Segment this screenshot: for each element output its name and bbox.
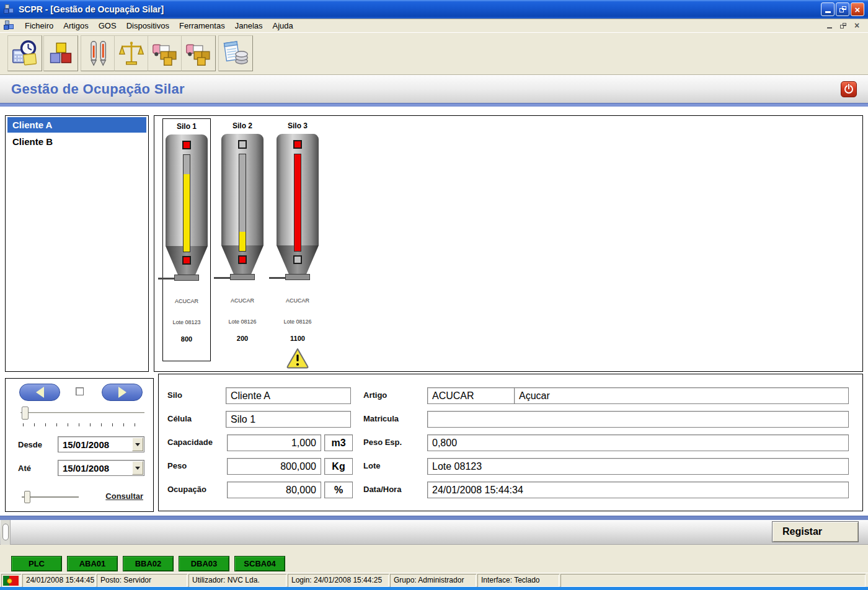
level-gauge bbox=[294, 154, 301, 252]
menu-ferramentas[interactable]: Ferramentas bbox=[174, 19, 230, 32]
device-status-dba03[interactable]: DBA03 bbox=[179, 556, 229, 571]
capacidade-field[interactable]: 1,000 bbox=[227, 434, 321, 451]
silo-column-2[interactable]: Silo 2 ACUCAR Lote 08126 200 bbox=[218, 118, 267, 361]
status-datetime: 24/01/2008 15:44:45 bbox=[22, 574, 95, 587]
capacidade-unit: m3 bbox=[324, 434, 353, 451]
peso-esp-field-label: Peso Esp. bbox=[363, 434, 423, 451]
time-slider-track[interactable] bbox=[20, 412, 144, 414]
mdi-restore-button[interactable] bbox=[838, 21, 848, 30]
scales-icon bbox=[118, 40, 145, 67]
client-item-cliente-b[interactable]: Cliente B bbox=[7, 134, 146, 149]
celula-field[interactable]: Silo 1 bbox=[226, 411, 351, 428]
registar-button[interactable]: Registar bbox=[772, 521, 859, 542]
toolbar-sensors-button[interactable] bbox=[81, 35, 115, 71]
minimize-button[interactable] bbox=[821, 2, 835, 16]
mdi-minimize-button[interactable] bbox=[825, 21, 835, 30]
toolbar-scheduler-button[interactable] bbox=[7, 35, 42, 71]
warning-icon bbox=[285, 347, 310, 369]
silo-column-3[interactable]: Silo 3 ACUCAR Lote 08126 1100 bbox=[273, 118, 322, 361]
low-level-indicator bbox=[293, 255, 302, 264]
arrow-left-icon bbox=[36, 387, 44, 398]
desde-date-combo[interactable]: 15/01/2008 bbox=[58, 436, 144, 452]
action-band: Registar bbox=[0, 520, 868, 545]
slider-ticks bbox=[23, 423, 146, 426]
consultar-link[interactable]: Consultar bbox=[105, 491, 143, 501]
menu-ficheiro[interactable]: Ficheiro bbox=[20, 19, 58, 32]
menu-ajuda[interactable]: Ajuda bbox=[268, 19, 298, 32]
celula-field-label: Célula bbox=[167, 411, 224, 427]
arrow-right-icon bbox=[118, 387, 126, 398]
menu-gos[interactable]: GOS bbox=[94, 19, 122, 32]
silo-outlet bbox=[285, 274, 310, 280]
silo-graphic bbox=[277, 134, 319, 288]
app-icon bbox=[4, 4, 15, 15]
next-button[interactable] bbox=[102, 384, 143, 401]
device-status-plc[interactable]: PLC bbox=[11, 556, 62, 571]
data-hora-field-label: Data/Hora bbox=[363, 482, 423, 498]
menu-bar: Ficheiro Artigos GOS Dispositivos Ferram… bbox=[0, 19, 868, 33]
status-empty-segment bbox=[560, 574, 866, 587]
matricula-field[interactable] bbox=[427, 411, 849, 428]
level-gauge-fill bbox=[239, 232, 246, 251]
ocupacao-field-label: Ocupação bbox=[167, 482, 224, 498]
toolbar-articles-button[interactable] bbox=[43, 35, 78, 71]
window-bottom-edge bbox=[0, 587, 868, 590]
artigo-description-field[interactable]: Açucar bbox=[514, 387, 849, 404]
low-level-indicator bbox=[182, 256, 191, 265]
level-gauge-fill bbox=[184, 174, 190, 252]
ate-date-combo[interactable]: 15/01/2008 bbox=[58, 460, 144, 476]
data-hora-field[interactable]: 24/01/2008 15:44:34 bbox=[427, 482, 849, 498]
window-title: SCPR - [Gestão de Ocupação Silar] bbox=[19, 4, 164, 14]
title-bar: SCPR - [Gestão de Ocupação Silar] × bbox=[0, 0, 868, 19]
mdi-close-button[interactable]: × bbox=[852, 21, 862, 30]
ocupacao-field[interactable]: 80,000 bbox=[227, 482, 321, 498]
client-item-cliente-a[interactable]: Cliente A bbox=[7, 117, 146, 133]
auto-checkbox[interactable] bbox=[76, 387, 84, 395]
lote-field[interactable]: Lote 08123 bbox=[427, 458, 849, 475]
dropdown-button[interactable] bbox=[132, 461, 143, 475]
restore-button[interactable] bbox=[836, 2, 849, 16]
peso-field[interactable]: 800,000 bbox=[227, 458, 321, 475]
high-level-indicator bbox=[293, 140, 302, 149]
main-area: Cliente A Cliente B Silo 1 ACUCAR Lote 0… bbox=[0, 107, 868, 516]
truck-boxes-icon bbox=[151, 40, 179, 67]
silo-field[interactable]: Cliente A bbox=[226, 387, 351, 404]
previous-button[interactable] bbox=[19, 384, 60, 401]
mdi-child-icon bbox=[4, 20, 15, 31]
device-status-aba01[interactable]: ABA01 bbox=[67, 556, 118, 571]
dropdown-button[interactable] bbox=[132, 438, 143, 451]
exit-module-button[interactable] bbox=[841, 81, 857, 97]
time-slider-thumb[interactable] bbox=[22, 407, 29, 420]
high-level-indicator bbox=[182, 141, 191, 149]
toolbar-logistics-in-button[interactable] bbox=[148, 35, 182, 71]
thermometers-icon bbox=[84, 40, 112, 67]
artigo-code-field[interactable]: ACUCAR bbox=[427, 387, 515, 404]
toolbar-logistics-out-button[interactable] bbox=[181, 35, 216, 71]
side-scrollbar-thumb[interactable] bbox=[2, 524, 9, 540]
page-title: Gestão de Ocupação Silar bbox=[11, 81, 185, 97]
close-button[interactable]: × bbox=[851, 2, 864, 16]
zoom-slider-thumb[interactable] bbox=[24, 491, 30, 503]
detail-form: Silo Cliente A Célula Silo 1 Capacidade … bbox=[158, 374, 863, 511]
silo-article: ACUCAR bbox=[163, 298, 210, 304]
toolbar-weighing-button[interactable] bbox=[114, 35, 149, 71]
device-status-bba02[interactable]: BBA02 bbox=[123, 556, 174, 571]
menu-dispositivos[interactable]: Dispositivos bbox=[122, 19, 174, 32]
device-status-scba04[interactable]: SCBA04 bbox=[234, 556, 285, 571]
toolbar-records-button[interactable] bbox=[218, 35, 253, 71]
menu-artigos[interactable]: Artigos bbox=[58, 19, 93, 32]
status-grupo: Grupo: Administrador bbox=[390, 574, 476, 587]
silo-lot: Lote 08126 bbox=[273, 319, 322, 325]
peso-esp-field[interactable]: 0,800 bbox=[427, 434, 849, 451]
menu-janelas[interactable]: Janelas bbox=[230, 19, 268, 32]
silo-label: Silo 1 bbox=[163, 122, 210, 131]
close-icon: × bbox=[855, 5, 861, 14]
clients-list: Cliente A Cliente B bbox=[5, 115, 149, 372]
silo-column-1[interactable]: Silo 1 ACUCAR Lote 08123 800 bbox=[162, 118, 211, 361]
lote-field-label: Lote bbox=[363, 458, 423, 474]
chevron-down-icon bbox=[135, 467, 140, 470]
status-login: Login: 24/01/2008 15:44:25 bbox=[288, 574, 389, 587]
high-level-indicator bbox=[238, 140, 247, 149]
silo-lot: Lote 08126 bbox=[218, 319, 267, 325]
restore-icon bbox=[839, 6, 846, 12]
